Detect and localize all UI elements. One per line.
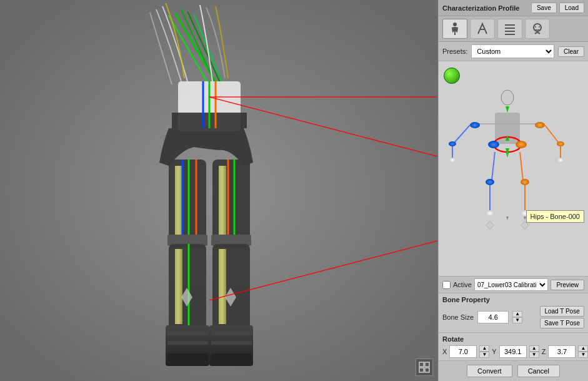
svg-rect-44: [419, 368, 424, 372]
svg-rect-19: [219, 166, 226, 241]
tab-list[interactable]: [497, 19, 522, 39]
render-info-line1: Render: Quick Shader: [2, 3, 110, 13]
svg-marker-86: [486, 221, 494, 230]
presets-label: Presets:: [442, 48, 467, 55]
rotate-y-input[interactable]: [499, 345, 527, 358]
svg-rect-23: [211, 235, 251, 246]
rotate-z-input[interactable]: [548, 345, 576, 358]
active-checkbox[interactable]: [442, 281, 451, 289]
svg-rect-29: [167, 353, 208, 361]
svg-rect-22: [167, 235, 207, 246]
bottom-buttons: Convert Cancel: [439, 361, 588, 381]
bone-property-section: Bone Property Bone Size ▲ ▼ Load T Pose …: [439, 293, 588, 333]
rotate-y-up[interactable]: ▲: [529, 345, 539, 352]
rotate-row: X ▲ ▼ Y ▲ ▼ Z ▲ ▼: [442, 345, 584, 358]
load-button[interactable]: Load: [559, 3, 584, 13]
svg-rect-49: [505, 28, 515, 29]
svg-marker-56: [506, 106, 509, 113]
rotate-z-up[interactable]: ▲: [578, 345, 588, 352]
svg-marker-73: [506, 152, 509, 158]
save-t-pose-button[interactable]: Save T Pose: [540, 318, 584, 328]
bone-size-label: Bone Size: [442, 313, 474, 321]
clear-button[interactable]: Clear: [558, 46, 584, 57]
svg-line-5: [194, 14, 225, 89]
cancel-button[interactable]: Cancel: [517, 365, 560, 377]
rotate-x-down[interactable]: ▼: [479, 352, 489, 358]
svg-point-46: [453, 23, 457, 26]
bone-property-title: Bone Property: [442, 296, 584, 303]
svg-rect-7: [172, 113, 247, 128]
save-button[interactable]: Save: [531, 3, 557, 13]
svg-line-4: [187, 11, 222, 86]
tab-figure[interactable]: [442, 19, 467, 39]
viewport-svg: [0, 0, 438, 381]
svg-rect-6: [178, 81, 241, 131]
rotate-x-spinner: ▲ ▼: [479, 345, 489, 358]
svg-line-80: [520, 152, 523, 180]
svg-rect-36: [211, 341, 252, 345]
svg-point-63: [449, 158, 456, 163]
viewport[interactable]: Render: Quick Shader Visible Faces Count…: [0, 0, 438, 381]
svg-rect-31: [167, 341, 208, 345]
char-display: Hips - Bone-000: [439, 61, 588, 276]
svg-point-77: [486, 179, 494, 185]
svg-line-1: [175, 13, 219, 88]
render-info-line2: Visible Faces Count: 24900: [2, 13, 110, 24]
rotate-z-spinner: ▲ ▼: [578, 345, 588, 358]
svg-marker-38: [225, 288, 236, 307]
bone-tooltip: Hips - Bone-000: [526, 210, 585, 223]
svg-point-64: [535, 122, 545, 128]
rotate-x-up[interactable]: ▲: [479, 345, 489, 352]
svg-point-74: [488, 141, 499, 148]
right-panel: Characterization Profile Save Load: [438, 0, 588, 381]
svg-line-3: [169, 16, 212, 91]
viewport-icon[interactable]: [416, 358, 433, 376]
svg-point-68: [557, 158, 564, 163]
svg-rect-28: [166, 325, 209, 366]
z-label: Z: [542, 348, 546, 355]
presets-dropdown[interactable]: Custom: [471, 44, 554, 58]
rotate-y-down[interactable]: ▼: [529, 352, 539, 358]
profile-buttons: Save Load: [531, 3, 584, 13]
presets-row: Presets: Custom Clear: [439, 42, 588, 61]
tab-stance[interactable]: [470, 19, 495, 39]
svg-point-66: [557, 141, 564, 146]
load-t-pose-button[interactable]: Load T Pose: [540, 306, 584, 317]
svg-point-61: [449, 141, 456, 146]
svg-rect-50: [505, 31, 515, 32]
svg-rect-42: [419, 362, 424, 367]
svg-point-59: [470, 122, 480, 128]
svg-line-2: [181, 9, 216, 84]
svg-rect-14: [175, 166, 182, 241]
rotate-z-down[interactable]: ▼: [578, 352, 588, 358]
svg-point-81: [521, 179, 529, 185]
bone-size-down[interactable]: ▼: [512, 317, 522, 323]
svg-rect-12: [231, 169, 244, 175]
svg-rect-35: [211, 332, 252, 335]
bone-size-up[interactable]: ▲: [512, 311, 522, 317]
convert-button[interactable]: Convert: [467, 365, 512, 377]
tab-icons-row: [439, 16, 588, 42]
active-label: Active: [453, 281, 472, 288]
svg-line-65: [545, 125, 559, 143]
rotate-label: Rotate: [442, 335, 584, 343]
preview-button[interactable]: Preview: [551, 280, 584, 290]
bone-size-input[interactable]: [477, 311, 509, 323]
svg-rect-26: [212, 244, 250, 332]
svg-line-41: [209, 241, 437, 300]
svg-marker-37: [181, 288, 192, 307]
rotate-y-spinner: ▲ ▼: [529, 345, 539, 358]
tab-head[interactable]: [525, 19, 550, 39]
svg-rect-34: [211, 353, 252, 361]
active-row: Active 07_Lower03 Calibrati Preview: [439, 276, 588, 293]
rotate-x-input[interactable]: [449, 345, 477, 358]
svg-point-53: [535, 26, 536, 28]
svg-rect-24: [169, 244, 206, 332]
panel-title: Characterization Profile: [442, 4, 519, 12]
svg-line-40: [209, 97, 437, 156]
svg-rect-0: [0, 0, 438, 381]
svg-rect-30: [167, 332, 208, 335]
svg-rect-13: [169, 160, 206, 247]
animation-select[interactable]: 07_Lower03 Calibrati: [474, 278, 548, 291]
y-label: Y: [492, 348, 496, 355]
